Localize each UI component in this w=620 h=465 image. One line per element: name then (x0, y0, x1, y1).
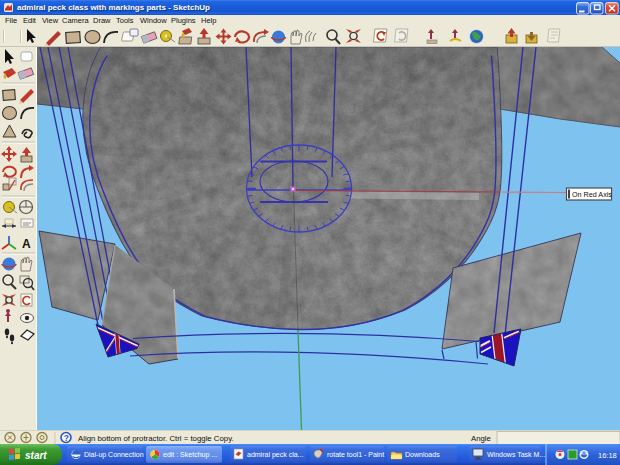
svg-text:?: ? (64, 433, 69, 443)
svg-text:16:18: 16:18 (598, 451, 617, 460)
svg-text:On Red Axis: On Red Axis (572, 190, 612, 199)
svg-text:Dial-up Connection: Dial-up Connection (84, 451, 144, 459)
svg-text:admiral peck cla...: admiral peck cla... (247, 451, 303, 459)
svg-text:rotate tool1 - Paint: rotate tool1 - Paint (327, 451, 384, 458)
svg-text:Windows Task M...: Windows Task M... (487, 451, 545, 458)
svg-text:Downloads: Downloads (405, 451, 440, 458)
svg-text:Angle: Angle (471, 434, 491, 443)
svg-text:start: start (25, 450, 47, 461)
svg-text:A: A (22, 237, 31, 251)
svg-text:edit : Sketchup ...: edit : Sketchup ... (163, 451, 217, 459)
svg-text:Align bottom of protractor. C: Align bottom of protractor. Ctrl = toggl… (78, 434, 234, 443)
